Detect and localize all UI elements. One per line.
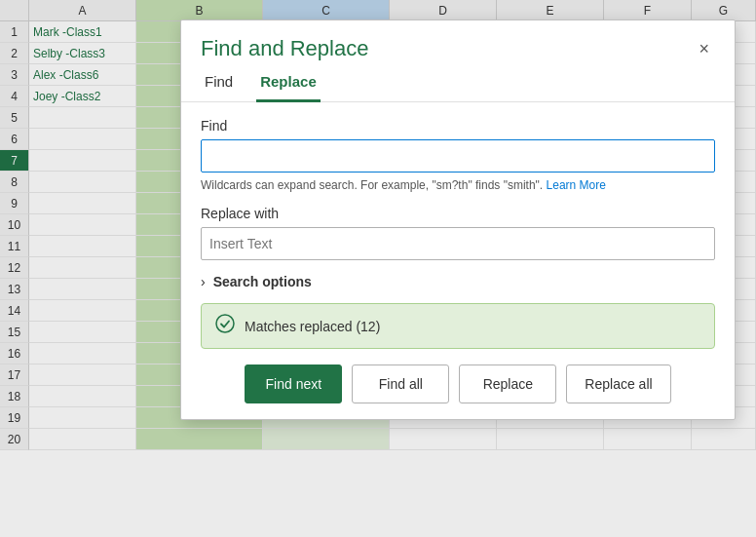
search-options-toggle[interactable]: › Search options [201, 274, 715, 289]
close-button[interactable]: × [693, 38, 715, 59]
replace-button[interactable]: Replace [459, 364, 556, 403]
find-label: Find [201, 118, 715, 134]
success-check-icon [215, 314, 235, 338]
dialog-body: Find Wildcards can expand search. For ex… [181, 102, 735, 419]
find-all-button[interactable]: Find all [352, 364, 449, 403]
success-message: Matches replaced (12) [245, 319, 380, 334]
dialog-tabs: Find Replace [181, 65, 735, 102]
tab-find[interactable]: Find [201, 65, 237, 102]
svg-point-0 [216, 315, 234, 332]
replace-all-button[interactable]: Replace all [566, 364, 670, 403]
replace-input[interactable] [201, 227, 715, 260]
dialog-title: Find and Replace [201, 36, 368, 61]
chevron-right-icon: › [201, 274, 206, 289]
replace-label: Replace with [201, 206, 715, 221]
wildcard-hint: Wildcards can expand search. For example… [201, 178, 715, 192]
dialog-buttons: Find next Find all Replace Replace all [201, 364, 715, 403]
find-replace-dialog: Find and Replace × Find Replace Find Wil… [180, 19, 736, 420]
dialog-title-bar: Find and Replace × [181, 20, 735, 65]
success-banner: Matches replaced (12) [201, 303, 715, 349]
search-options-label: Search options [213, 274, 312, 289]
find-input[interactable] [201, 139, 715, 173]
find-next-button[interactable]: Find next [245, 364, 342, 403]
learn-more-link[interactable]: Learn More [547, 178, 606, 192]
tab-replace[interactable]: Replace [256, 65, 321, 102]
